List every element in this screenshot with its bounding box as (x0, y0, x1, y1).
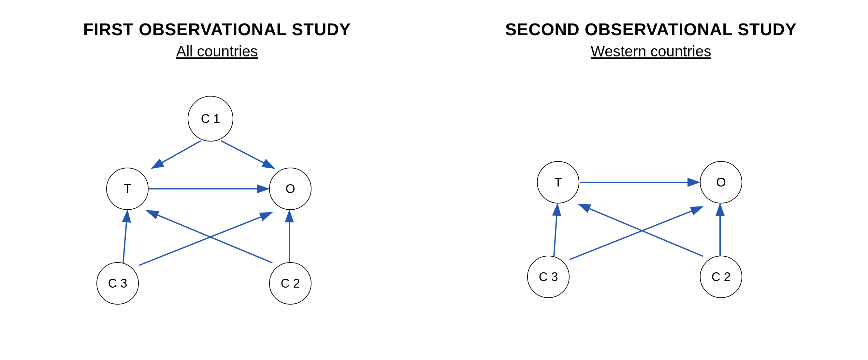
svg-line-11 (569, 207, 703, 260)
page-container: FIRST OBSERVATIONAL STUDY All countries (0, 0, 868, 360)
node-c2-2: C 2 (700, 256, 742, 298)
study1-title: FIRST OBSERVATIONAL STUDY (83, 20, 350, 39)
study2-title: SECOND OBSERVATIONAL STUDY (505, 20, 797, 39)
svg-line-2 (221, 141, 274, 168)
svg-line-5 (139, 213, 272, 265)
node-t: T (106, 168, 149, 210)
svg-line-1 (152, 141, 201, 168)
study2-subtitle: Western countries (591, 42, 711, 60)
node-c2: C 2 (269, 262, 311, 305)
study1-panel: FIRST OBSERVATIONAL STUDY All countries (0, 0, 434, 360)
svg-line-10 (554, 204, 557, 256)
node-c3: C 3 (96, 262, 139, 305)
study2-diagram: T O C 3 C 2 (504, 86, 798, 331)
node-t2: T (537, 161, 579, 204)
node-o2: O (700, 161, 742, 204)
node-o: O (269, 168, 311, 210)
study1-subtitle: All countries (176, 42, 258, 60)
svg-line-4 (123, 211, 127, 263)
node-c3-2: C 3 (527, 256, 569, 298)
node-c1: C 1 (188, 96, 233, 142)
study1-diagram: C 1 T O C 3 C 2 (70, 86, 364, 331)
study2-panel: SECOND OBSERVATIONAL STUDY Western count… (434, 0, 868, 360)
